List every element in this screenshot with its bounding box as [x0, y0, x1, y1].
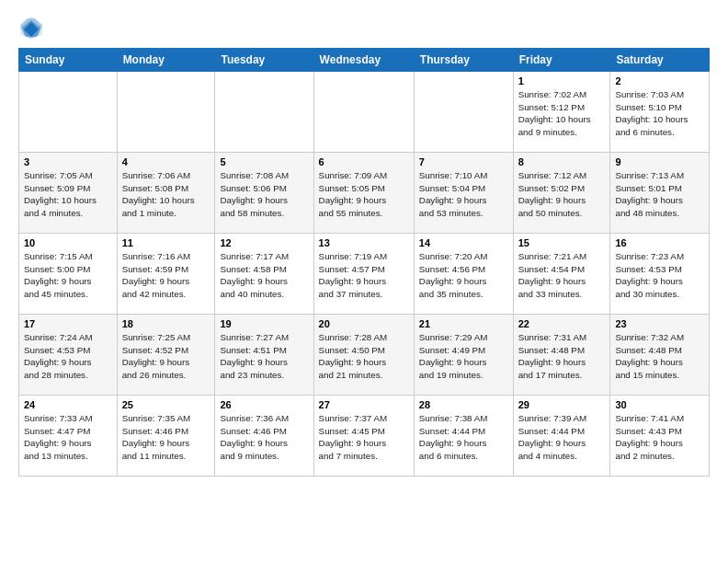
day-number: 24	[24, 399, 112, 410]
day-number: 22	[518, 318, 606, 329]
day-number: 3	[24, 156, 112, 167]
day-info: Sunrise: 7:13 AM Sunset: 5:01 PM Dayligh…	[615, 169, 704, 220]
calendar-cell	[313, 72, 414, 153]
day-info: Sunrise: 7:35 AM Sunset: 4:46 PM Dayligh…	[122, 412, 210, 463]
calendar-cell	[19, 72, 118, 153]
calendar-cell	[414, 72, 513, 153]
day-number: 4	[122, 156, 210, 167]
calendar-week-2: 10Sunrise: 7:15 AM Sunset: 5:00 PM Dayli…	[19, 234, 710, 315]
day-info: Sunrise: 7:03 AM Sunset: 5:10 PM Dayligh…	[615, 88, 704, 139]
calendar-cell: 19Sunrise: 7:27 AM Sunset: 4:51 PM Dayli…	[215, 315, 313, 396]
calendar-cell: 4Sunrise: 7:06 AM Sunset: 5:08 PM Daylig…	[117, 153, 215, 234]
day-number: 5	[220, 156, 308, 167]
calendar-cell: 16Sunrise: 7:23 AM Sunset: 4:53 PM Dayli…	[610, 234, 710, 315]
calendar-week-3: 17Sunrise: 7:24 AM Sunset: 4:53 PM Dayli…	[19, 315, 710, 396]
day-info: Sunrise: 7:24 AM Sunset: 4:53 PM Dayligh…	[24, 331, 112, 382]
logo-icon	[18, 15, 44, 40]
calendar-cell: 6Sunrise: 7:09 AM Sunset: 5:05 PM Daylig…	[313, 153, 414, 234]
calendar-cell: 5Sunrise: 7:08 AM Sunset: 5:06 PM Daylig…	[215, 153, 313, 234]
day-info: Sunrise: 7:06 AM Sunset: 5:08 PM Dayligh…	[122, 169, 210, 220]
day-number: 1	[518, 75, 606, 86]
day-info: Sunrise: 7:28 AM Sunset: 4:50 PM Dayligh…	[319, 331, 409, 382]
calendar-cell: 23Sunrise: 7:32 AM Sunset: 4:48 PM Dayli…	[610, 315, 710, 396]
logo	[18, 15, 48, 40]
day-info: Sunrise: 7:41 AM Sunset: 4:43 PM Dayligh…	[615, 412, 704, 463]
calendar-cell: 24Sunrise: 7:33 AM Sunset: 4:47 PM Dayli…	[19, 396, 118, 477]
calendar-week-4: 24Sunrise: 7:33 AM Sunset: 4:47 PM Dayli…	[19, 396, 710, 477]
header	[18, 15, 710, 40]
day-number: 29	[518, 399, 606, 410]
day-number: 7	[419, 156, 508, 167]
day-number: 2	[615, 75, 704, 86]
calendar-header-saturday: Saturday	[610, 49, 710, 72]
calendar-week-0: 1Sunrise: 7:02 AM Sunset: 5:12 PM Daylig…	[19, 72, 710, 153]
day-info: Sunrise: 7:37 AM Sunset: 4:45 PM Dayligh…	[319, 412, 409, 463]
calendar-cell: 30Sunrise: 7:41 AM Sunset: 4:43 PM Dayli…	[610, 396, 710, 477]
calendar-table: SundayMondayTuesdayWednesdayThursdayFrid…	[18, 48, 710, 477]
day-number: 23	[615, 318, 704, 329]
day-number: 25	[122, 399, 210, 410]
day-number: 17	[24, 318, 112, 329]
calendar-header-tuesday: Tuesday	[215, 49, 313, 72]
day-number: 20	[319, 318, 409, 329]
day-number: 6	[319, 156, 409, 167]
calendar-cell: 10Sunrise: 7:15 AM Sunset: 5:00 PM Dayli…	[19, 234, 118, 315]
day-info: Sunrise: 7:09 AM Sunset: 5:05 PM Dayligh…	[319, 169, 409, 220]
day-number: 19	[220, 318, 308, 329]
day-number: 15	[518, 237, 606, 248]
day-number: 9	[615, 156, 704, 167]
calendar-cell: 28Sunrise: 7:38 AM Sunset: 4:44 PM Dayli…	[414, 396, 513, 477]
day-info: Sunrise: 7:19 AM Sunset: 4:57 PM Dayligh…	[319, 250, 409, 301]
calendar-cell: 14Sunrise: 7:20 AM Sunset: 4:56 PM Dayli…	[414, 234, 513, 315]
day-number: 12	[220, 237, 308, 248]
calendar-cell: 7Sunrise: 7:10 AM Sunset: 5:04 PM Daylig…	[414, 153, 513, 234]
day-number: 28	[419, 399, 508, 410]
calendar-cell: 20Sunrise: 7:28 AM Sunset: 4:50 PM Dayli…	[313, 315, 414, 396]
calendar-cell: 11Sunrise: 7:16 AM Sunset: 4:59 PM Dayli…	[117, 234, 215, 315]
calendar-header-friday: Friday	[513, 49, 610, 72]
day-info: Sunrise: 7:38 AM Sunset: 4:44 PM Dayligh…	[419, 412, 508, 463]
day-info: Sunrise: 7:29 AM Sunset: 4:49 PM Dayligh…	[419, 331, 508, 382]
day-number: 21	[419, 318, 508, 329]
day-info: Sunrise: 7:36 AM Sunset: 4:46 PM Dayligh…	[220, 412, 308, 463]
day-number: 18	[122, 318, 210, 329]
day-number: 13	[319, 237, 409, 248]
calendar-cell: 22Sunrise: 7:31 AM Sunset: 4:48 PM Dayli…	[513, 315, 610, 396]
day-info: Sunrise: 7:21 AM Sunset: 4:54 PM Dayligh…	[518, 250, 606, 301]
day-info: Sunrise: 7:10 AM Sunset: 5:04 PM Dayligh…	[419, 169, 508, 220]
day-info: Sunrise: 7:20 AM Sunset: 4:56 PM Dayligh…	[419, 250, 508, 301]
calendar-cell: 25Sunrise: 7:35 AM Sunset: 4:46 PM Dayli…	[117, 396, 215, 477]
day-info: Sunrise: 7:17 AM Sunset: 4:58 PM Dayligh…	[220, 250, 308, 301]
day-info: Sunrise: 7:33 AM Sunset: 4:47 PM Dayligh…	[24, 412, 112, 463]
day-info: Sunrise: 7:27 AM Sunset: 4:51 PM Dayligh…	[220, 331, 308, 382]
day-info: Sunrise: 7:23 AM Sunset: 4:53 PM Dayligh…	[615, 250, 704, 301]
calendar-week-1: 3Sunrise: 7:05 AM Sunset: 5:09 PM Daylig…	[19, 153, 710, 234]
calendar-cell: 12Sunrise: 7:17 AM Sunset: 4:58 PM Dayli…	[215, 234, 313, 315]
day-info: Sunrise: 7:12 AM Sunset: 5:02 PM Dayligh…	[518, 169, 606, 220]
day-number: 10	[24, 237, 112, 248]
calendar-cell: 26Sunrise: 7:36 AM Sunset: 4:46 PM Dayli…	[215, 396, 313, 477]
day-info: Sunrise: 7:32 AM Sunset: 4:48 PM Dayligh…	[615, 331, 704, 382]
calendar-header-monday: Monday	[117, 49, 215, 72]
calendar-header-thursday: Thursday	[414, 49, 513, 72]
calendar-cell: 1Sunrise: 7:02 AM Sunset: 5:12 PM Daylig…	[513, 72, 610, 153]
day-number: 26	[220, 399, 308, 410]
day-number: 16	[615, 237, 704, 248]
calendar-cell: 21Sunrise: 7:29 AM Sunset: 4:49 PM Dayli…	[414, 315, 513, 396]
day-number: 30	[615, 399, 704, 410]
day-number: 11	[122, 237, 210, 248]
calendar-header-row: SundayMondayTuesdayWednesdayThursdayFrid…	[19, 49, 710, 72]
day-number: 8	[518, 156, 606, 167]
day-number: 27	[319, 399, 409, 410]
day-info: Sunrise: 7:15 AM Sunset: 5:00 PM Dayligh…	[24, 250, 112, 301]
calendar-cell	[117, 72, 215, 153]
calendar-cell	[215, 72, 313, 153]
calendar-cell: 29Sunrise: 7:39 AM Sunset: 4:44 PM Dayli…	[513, 396, 610, 477]
day-info: Sunrise: 7:31 AM Sunset: 4:48 PM Dayligh…	[518, 331, 606, 382]
calendar-cell: 2Sunrise: 7:03 AM Sunset: 5:10 PM Daylig…	[610, 72, 710, 153]
calendar-cell: 8Sunrise: 7:12 AM Sunset: 5:02 PM Daylig…	[513, 153, 610, 234]
day-info: Sunrise: 7:25 AM Sunset: 4:52 PM Dayligh…	[122, 331, 210, 382]
calendar-cell: 27Sunrise: 7:37 AM Sunset: 4:45 PM Dayli…	[313, 396, 414, 477]
calendar-cell: 3Sunrise: 7:05 AM Sunset: 5:09 PM Daylig…	[19, 153, 118, 234]
calendar-header-wednesday: Wednesday	[313, 49, 414, 72]
